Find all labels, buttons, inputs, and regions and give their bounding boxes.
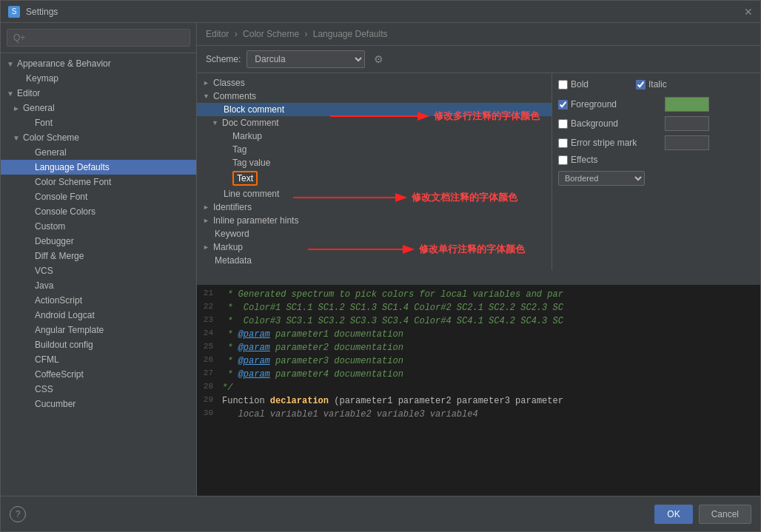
foreground-color-box[interactable] (665, 97, 709, 112)
sidebar-item-css[interactable]: CSS (1, 382, 196, 397)
sidebar-item-coffeescript[interactable]: CoffeeScript (1, 367, 196, 382)
effects-label: Effects (558, 155, 709, 165)
effects-row: Effects (558, 155, 709, 165)
tree-item-metadata-13[interactable]: Metadata (197, 254, 552, 267)
tree-item-comments-1[interactable]: ▼Comments (197, 90, 552, 103)
bottom-bar: ? OK Cancel (1, 496, 760, 531)
breadcrumb-languagedefaults: Language Defaults (313, 29, 388, 39)
sidebar-item-custom[interactable]: Custom (1, 219, 196, 234)
gear-button[interactable]: ⚙ (371, 52, 386, 67)
tree-item-markup-4[interactable]: Markup (197, 129, 552, 143)
foreground-checkbox[interactable] (558, 100, 568, 110)
sidebar-item-diff-&-merge[interactable]: Diff & Merge (1, 249, 196, 263)
sidebar-item-java[interactable]: Java (1, 278, 196, 293)
code-line-7: 27 * @param parameter4 documentation (197, 368, 760, 381)
tree-item-tag-value-6[interactable]: Tag value (197, 156, 552, 169)
tree-item-inline-parameter-hints-10[interactable]: ►Inline parameter hints (197, 214, 552, 227)
scheme-select[interactable]: Darcula Default High Contrast (247, 50, 365, 68)
cancel-button[interactable]: Cancel (699, 505, 751, 524)
sidebar-item-color-scheme-font[interactable]: Color Scheme Font (1, 175, 196, 189)
error-stripe-row: Error stripe mark (558, 135, 709, 150)
code-line-6: 26 * @param parameter3 documentation (197, 354, 760, 368)
breadcrumb: Editor › Color Scheme › Language Default… (197, 23, 760, 46)
error-stripe-label: Error stripe mark (558, 138, 660, 148)
foreground-row: Foreground (558, 97, 709, 112)
search-input[interactable] (7, 29, 190, 47)
tree-item-classes-0[interactable]: ►Classes (197, 76, 552, 90)
code-line-1: 21 * Generated spectrum to pick colors f… (197, 288, 760, 301)
tree-item-block-comment-2[interactable]: Block comment (197, 103, 552, 116)
sidebar-item-font[interactable]: Font (1, 115, 196, 130)
code-preview: 21 * Generated spectrum to pick colors f… (197, 285, 760, 496)
code-line-10: 30 local variable1 variable2 variable3 v… (197, 408, 760, 421)
sidebar-item-appearance-&-behavior[interactable]: ▼Appearance & Behavior (1, 56, 196, 71)
background-checkbox[interactable] (558, 119, 568, 129)
sidebar-item-buildout-config[interactable]: Buildout config (1, 337, 196, 352)
effects-dropdown-row: Bordered Underscored Bold underscored (558, 171, 709, 186)
window-title: Settings (26, 7, 58, 17)
effects-checkbox[interactable] (558, 155, 568, 165)
bold-checkbox[interactable] (558, 80, 568, 90)
sidebar-item-general[interactable]: General (1, 145, 196, 160)
italic-checkbox[interactable] (636, 80, 646, 90)
effects-select[interactable]: Bordered Underscored Bold underscored (558, 171, 645, 186)
code-line-9: 29Function declaration (parameter1 param… (197, 394, 760, 408)
sidebar-item-language-defaults[interactable]: Language Defaults (1, 160, 196, 175)
search-box (1, 23, 196, 53)
sidebar-item-debugger[interactable]: Debugger (1, 234, 196, 249)
sidebar-item-android-logcat[interactable]: Android Logcat (1, 308, 196, 323)
background-color-box[interactable] (665, 116, 709, 131)
tree-item-tag-5[interactable]: Tag (197, 143, 552, 156)
tree-item-text-7[interactable]: Text (197, 169, 552, 187)
tree-item-identifiers-9[interactable]: ►Identifiers (197, 201, 552, 214)
sidebar-item-actionscript[interactable]: ActionScript (1, 293, 196, 308)
tree-item-line-comment-8[interactable]: Line comment (197, 187, 552, 201)
scheme-bar: Scheme: Darcula Default High Contrast ⚙ (197, 46, 760, 73)
tree-panel-wrapper: ►Classes▼CommentsBlock comment▼Doc Comme… (197, 73, 552, 285)
code-lines: 21 * Generated spectrum to pick colors f… (197, 285, 760, 496)
code-line-4: 24 * @param parameter1 documentation (197, 328, 760, 341)
help-button[interactable]: ? (10, 506, 26, 522)
sidebar-item-editor[interactable]: ▼Editor (1, 86, 196, 101)
foreground-label: Foreground (558, 99, 660, 110)
sidebar-item-general[interactable]: ►General (1, 101, 196, 115)
code-line-8: 28*/ (197, 381, 760, 394)
titlebar: S Settings ✕ (1, 1, 760, 23)
code-line-3: 23 * Color#3 SC3.1 SC3.2 SC3.3 SC3.4 Col… (197, 314, 760, 328)
tree-item-markup-12[interactable]: ►Markup (197, 240, 552, 254)
sidebar-item-color-scheme[interactable]: ▼Color Scheme (1, 130, 196, 145)
app-icon: S (8, 6, 20, 18)
breadcrumb-editor: Editor (206, 29, 229, 39)
breadcrumb-colorscheme: Color Scheme (243, 29, 299, 39)
sidebar-item-console-font[interactable]: Console Font (1, 189, 196, 204)
ok-button[interactable]: OK (654, 505, 692, 524)
bold-label: Bold (558, 79, 631, 90)
sidebar-tree: ▼Appearance & BehaviorKeymap▼Editor►Gene… (1, 53, 196, 496)
italic-label: Italic (636, 79, 709, 90)
editor-panels: ►Classes▼CommentsBlock comment▼Doc Comme… (197, 73, 760, 285)
sidebar-item-angular-template[interactable]: Angular Template (1, 323, 196, 337)
scheme-label: Scheme: (206, 54, 241, 64)
code-line-2: 22 * Color#1 SC1.1 SC1.2 SC1.3 SC1.4 Col… (197, 301, 760, 314)
settings-window: S Settings ✕ ▼Appearance & BehaviorKeyma… (0, 0, 761, 532)
right-panel: Bold Italic Foreground (552, 73, 715, 285)
sidebar-item-vcs[interactable]: VCS (1, 263, 196, 278)
sidebar: ▼Appearance & BehaviorKeymap▼Editor►Gene… (1, 23, 197, 496)
error-stripe-color-box[interactable] (665, 135, 709, 150)
tree-item-doc-comment-3[interactable]: ▼Doc Comment (197, 116, 552, 129)
background-row: Background (558, 116, 709, 131)
sidebar-item-keymap[interactable]: Keymap (1, 71, 196, 86)
tree-panel: ►Classes▼CommentsBlock comment▼Doc Comme… (197, 73, 552, 270)
code-line-5: 25 * @param parameter2 documentation (197, 341, 760, 354)
close-button[interactable]: ✕ (744, 6, 753, 18)
main-panel: Editor › Color Scheme › Language Default… (197, 23, 760, 496)
tree-item-keyword-11[interactable]: Keyword (197, 227, 552, 240)
background-label: Background (558, 118, 660, 129)
sidebar-item-cfml[interactable]: CFML (1, 352, 196, 367)
sidebar-item-cucumber[interactable]: Cucumber (1, 397, 196, 411)
sidebar-item-console-colors[interactable]: Console Colors (1, 204, 196, 219)
error-stripe-checkbox[interactable] (558, 138, 568, 148)
